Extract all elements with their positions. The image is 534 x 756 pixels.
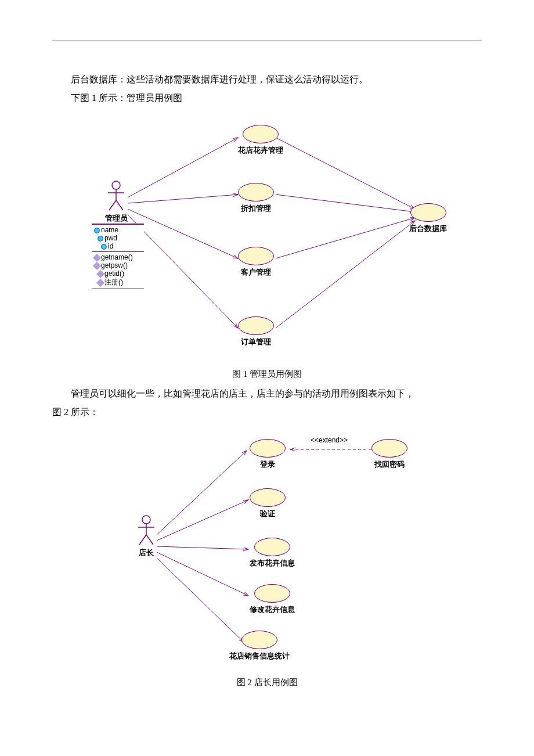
svg-line-14 (157, 500, 248, 541)
actor-manager-label: 店长 (135, 548, 158, 558)
svg-line-2 (128, 209, 238, 258)
svg-line-4 (276, 138, 415, 209)
usecase-discount-mgmt: 折扣管理 (238, 183, 274, 214)
paragraph-2: 下图 1 所示：管理员用例图 (52, 89, 482, 107)
attr-name: name (101, 226, 118, 234)
figure-1-caption: 图 1 管理员用例图 (52, 369, 482, 380)
classbox-operations: getname() getpsw() getid() 注册() (92, 251, 144, 289)
ellipse-icon (238, 183, 274, 201)
operation-icon (96, 279, 104, 287)
usecase-order-mgmt: 订单管理 (238, 316, 274, 347)
usecase-label: 找回密码 (371, 459, 407, 470)
attr-pwd: pwd (104, 234, 117, 242)
ellipse-icon (238, 247, 274, 265)
usecase-label: 发布花卉信息 (250, 558, 295, 568)
stick-figure-icon (104, 180, 128, 212)
operation-icon (93, 254, 101, 262)
op-getid: getid() (104, 269, 124, 278)
attribute-icon (98, 236, 103, 242)
ellipse-icon (241, 631, 277, 649)
usecase-label: 花店花卉管理 (238, 145, 283, 156)
svg-line-15 (157, 546, 248, 549)
ellipse-icon (250, 488, 286, 507)
usecase-verify: 验证 (250, 488, 286, 519)
svg-line-11 (109, 200, 116, 210)
svg-line-1 (128, 195, 238, 203)
op-getpsw: getpsw() (101, 261, 128, 269)
ellipse-icon (254, 584, 290, 603)
usecase-label: 后台数据库 (409, 224, 447, 234)
svg-line-0 (128, 138, 238, 197)
svg-line-23 (146, 535, 153, 545)
operation-icon (96, 270, 104, 278)
usecase-sales-stats: 花店销售信息统计 (229, 631, 290, 661)
ellipse-icon (371, 439, 407, 458)
usecase-label: 订单管理 (238, 337, 274, 347)
usecase-label: 客户管理 (238, 267, 274, 278)
ellipse-icon (410, 203, 446, 222)
usecase-label: 登录 (250, 459, 286, 470)
figure-2-caption: 图 2 店长用例图 (52, 677, 482, 688)
horizontal-rule (52, 41, 482, 41)
attribute-icon (101, 244, 107, 250)
usecase-label: 折扣管理 (238, 203, 274, 214)
svg-line-13 (157, 451, 247, 535)
op-register: 注册() (104, 278, 123, 286)
diagram-admin-usecase: 管理员 name pwd id getname() getpsw() getid… (81, 113, 453, 363)
svg-line-6 (276, 218, 415, 258)
svg-line-12 (116, 200, 123, 210)
svg-point-19 (142, 516, 150, 524)
op-getname: getname() (101, 253, 133, 261)
svg-line-16 (157, 552, 248, 596)
svg-line-22 (139, 535, 146, 545)
usecase-database: 后台数据库 (409, 203, 447, 234)
paragraph-1: 后台数据库：这些活动都需要数据库进行处理，保证这么活动得以运行。 (52, 70, 482, 89)
svg-line-3 (128, 215, 238, 328)
paragraph-3-line1: 管理员可以细化一些，比如管理花店的店主，店主的参与的活动用用例图表示如下， (52, 384, 482, 403)
diagram-manager-usecase: 店长 <<extend>> 登录 找回密码 验证 发布花卉信息 修改花卉信息 花… (116, 427, 441, 671)
svg-line-7 (276, 221, 415, 328)
usecase-label: 花店销售信息统计 (229, 651, 290, 661)
attribute-icon (94, 228, 100, 233)
usecase-modify-flower: 修改花卉信息 (250, 584, 295, 615)
ellipse-icon (243, 125, 279, 143)
usecase-customer-mgmt: 客户管理 (238, 247, 274, 278)
usecase-login: 登录 (250, 439, 286, 470)
usecase-recover-password: 找回密码 (371, 439, 407, 470)
ellipse-icon (250, 439, 286, 458)
extend-stereotype: <<extend>> (311, 436, 348, 444)
usecase-publish-flower: 发布花卉信息 (250, 538, 295, 568)
svg-point-8 (112, 181, 120, 189)
usecase-flower-mgmt: 花店花卉管理 (238, 125, 283, 156)
svg-line-5 (276, 195, 415, 212)
ellipse-icon (254, 538, 290, 556)
actor-admin-label: 管理员 (104, 213, 128, 224)
operation-icon (93, 262, 101, 270)
usecase-label: 验证 (250, 509, 286, 519)
svg-line-17 (157, 558, 244, 642)
ellipse-icon (238, 316, 274, 335)
paragraph-3-line2: 图 2 所示： (52, 403, 482, 422)
classbox-attributes: name pwd id (92, 224, 144, 251)
stick-figure-icon (135, 514, 158, 546)
attr-id: id (108, 242, 113, 250)
usecase-label: 修改花卉信息 (250, 604, 295, 615)
actor-classbox: name pwd id getname() getpsw() getid() 注… (92, 224, 144, 289)
actor-admin: 管理员 (104, 180, 128, 224)
actor-manager: 店长 (135, 514, 158, 558)
